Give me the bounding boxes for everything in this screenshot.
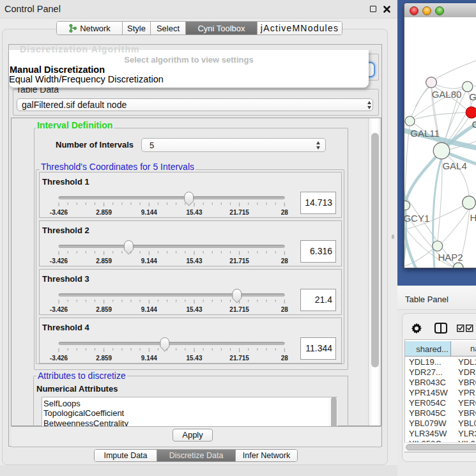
svg-text:GAL80: GAL80 — [432, 89, 462, 100]
svg-text:HAP2: HAP2 — [438, 252, 463, 263]
svg-text:CD: CD — [472, 119, 476, 130]
svg-text:GAL11: GAL11 — [410, 128, 440, 139]
svg-text:GA: GA — [469, 91, 476, 102]
svg-text:GAL4: GAL4 — [442, 160, 466, 171]
svg-text:H: H — [470, 212, 476, 223]
svg-text:GCY1: GCY1 — [404, 213, 429, 224]
